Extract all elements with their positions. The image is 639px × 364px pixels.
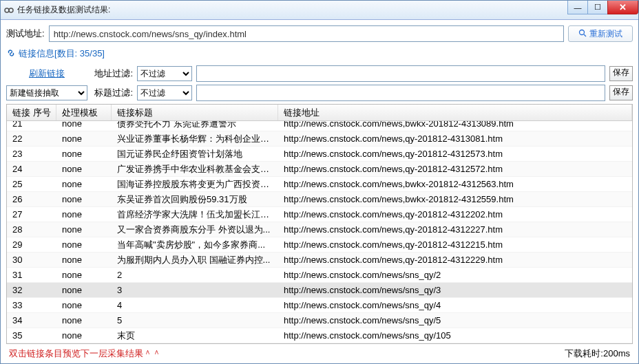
table-row[interactable]: 26none东吴证券首次回购股份59.31万股http://news.cnsto…: [7, 192, 632, 207]
table-cell: http://news.cnstock.com/news/sns_qy/2: [278, 270, 632, 280]
table-row[interactable]: 34none5http://news.cnstock.com/news/sns_…: [7, 313, 632, 328]
table-header: 链接 序号 处理模板 链接标题 链接地址: [7, 105, 632, 121]
footer-hint: 双击链接条目预览下一层采集结果＾＾: [9, 347, 161, 360]
table-cell: 4: [112, 300, 278, 310]
minimize-button[interactable]: —: [567, 1, 588, 14]
filter-row-address: 刷新链接 地址过滤: 不过滤 保存: [6, 65, 633, 82]
filter-section: 刷新链接 地址过滤: 不过滤 保存 新建链接抽取 标题过滤: 不过滤 保存: [6, 65, 633, 101]
table-cell: none: [56, 133, 112, 144]
col-index[interactable]: 链接 序号: [7, 105, 56, 120]
table-cell: none: [56, 285, 112, 295]
table-row[interactable]: 24none广发证券携手中华农业科教基金会支持...http://news.cn…: [7, 162, 632, 177]
download-time: 下载耗时:200ms: [565, 347, 630, 360]
table-cell: 兴业证券董事长杨华辉：为科创企业提...: [112, 133, 278, 145]
retest-button[interactable]: 重新测试: [568, 25, 633, 42]
table-cell: 末页: [112, 330, 278, 342]
table-row[interactable]: 29none当年高喊"卖房炒股"，如今多家券商...http://news.cn…: [7, 237, 632, 253]
table-cell: 30: [7, 255, 56, 265]
table-cell: none: [56, 270, 112, 280]
table-cell: http://news.cnstock.com/news,qy-201812-4…: [278, 133, 632, 144]
address-label: 测试地址:: [6, 28, 45, 40]
table-cell: 当年高喊"卖房炒股"，如今多家券商...: [112, 239, 278, 251]
table-cell: 28: [7, 224, 56, 235]
table-cell: 国海证券控股股东将变更为广西投资集...: [112, 178, 278, 191]
table-row[interactable]: 30none为服刑期内人员办入职 国融证券内控...http://news.cn…: [7, 253, 632, 268]
table-cell: 2: [112, 270, 278, 280]
search-icon: [578, 29, 587, 39]
table-cell: 21: [7, 121, 56, 129]
title-filter-select[interactable]: 不过滤: [137, 85, 192, 100]
window-controls: — ☐ ✕: [568, 1, 638, 14]
table-cell: none: [56, 209, 112, 220]
app-icon: [3, 5, 14, 16]
title-filter-input[interactable]: [196, 85, 605, 101]
table-cell: 32: [7, 285, 56, 295]
table-cell: none: [56, 300, 112, 310]
table-cell: 为服刑期内人员办入职 国融证券内控...: [112, 254, 278, 266]
save-address-filter-button[interactable]: 保存: [609, 66, 633, 81]
svg-point-0: [5, 8, 9, 12]
link-info-text: 链接信息[数目: 35/35]: [19, 47, 105, 60]
table-row[interactable]: 23none国元证券民企纾困资管计划落地http://news.cnstock.…: [7, 147, 632, 162]
refresh-link-button[interactable]: 刷新链接: [6, 67, 87, 80]
table-cell: 首席经济学家大洗牌！伍戈加盟长江证...: [112, 208, 278, 221]
table-row[interactable]: 28none又一家合资券商股东分手 外资以退为...http://news.cn…: [7, 222, 632, 237]
link-icon: [6, 48, 16, 60]
table-cell: 22: [7, 133, 56, 144]
table-row[interactable]: 33none4http://news.cnstock.com/news/sns_…: [7, 298, 632, 313]
app-window: 任务链接及数据测试结果: — ☐ ✕ 测试地址: 重新测试 链接信息[数目: 3…: [0, 0, 639, 364]
table-cell: http://news.cnstock.com/news,bwkx-201812…: [278, 121, 632, 129]
table-row[interactable]: 31none2http://news.cnstock.com/news/sns_…: [7, 268, 632, 283]
table-cell: http://news.cnstock.com/news/sns_qy/3: [278, 285, 632, 295]
save-title-filter-button[interactable]: 保存: [609, 85, 633, 100]
footer: 双击链接条目预览下一层采集结果＾＾ 下载耗时:200ms: [6, 347, 633, 363]
col-title[interactable]: 链接标题: [112, 105, 278, 120]
table-cell: 35: [7, 330, 56, 341]
table-cell: 债券受托不力 东莞证券遭警示: [112, 121, 278, 130]
table-row[interactable]: 27none首席经济学家大洗牌！伍戈加盟长江证...http://news.cn…: [7, 207, 632, 222]
table-cell: none: [56, 224, 112, 235]
table-cell: 27: [7, 209, 56, 220]
table-cell: http://news.cnstock.com/news,qy-201812-4…: [278, 164, 632, 174]
table-cell: none: [56, 315, 112, 325]
table-body[interactable]: 21none债券受托不力 东莞证券遭警示http://news.cnstock.…: [7, 121, 632, 343]
extract-mode-select[interactable]: 新建链接抽取: [6, 85, 87, 100]
table-cell: 3: [112, 285, 278, 295]
table-cell: 25: [7, 179, 56, 189]
table-cell: http://news.cnstock.com/news,qy-201812-4…: [278, 239, 632, 250]
table-cell: http://news.cnstock.com/news,bwkx-201812…: [278, 194, 632, 204]
table-row[interactable]: 25none国海证券控股股东将变更为广西投资集...http://news.cn…: [7, 177, 632, 192]
table-cell: none: [56, 330, 112, 341]
svg-point-2: [580, 30, 585, 34]
table-cell: none: [56, 239, 112, 250]
table-cell: http://news.cnstock.com/news,qy-201812-4…: [278, 149, 632, 159]
table-cell: 24: [7, 164, 56, 174]
titlebar[interactable]: 任务链接及数据测试结果: — ☐ ✕: [1, 1, 638, 20]
table-cell: http://news.cnstock.com/news/sns_qy/105: [278, 330, 632, 341]
svg-line-3: [584, 34, 586, 36]
table-cell: 又一家合资券商股东分手 外资以退为...: [112, 224, 278, 236]
links-table: 链接 序号 处理模板 链接标题 链接地址 21none债券受托不力 东莞证券遭警…: [6, 104, 633, 344]
address-filter-input[interactable]: [196, 65, 605, 82]
table-cell: http://news.cnstock.com/news,qy-201812-4…: [278, 224, 632, 235]
table-cell: none: [56, 194, 112, 204]
table-row[interactable]: 21none债券受托不力 东莞证券遭警示http://news.cnstock.…: [7, 121, 632, 131]
table-cell: 广发证券携手中华农业科教基金会支持...: [112, 163, 278, 175]
table-cell: none: [56, 164, 112, 174]
address-filter-select[interactable]: 不过滤: [137, 66, 192, 81]
maximize-button[interactable]: ☐: [587, 1, 608, 14]
table-row[interactable]: 32none3http://news.cnstock.com/news/sns_…: [7, 283, 632, 298]
table-cell: none: [56, 179, 112, 189]
close-button[interactable]: ✕: [607, 1, 638, 14]
table-cell: none: [56, 255, 112, 265]
table-cell: http://news.cnstock.com/news/sns_qy/5: [278, 315, 632, 325]
title-filter-label: 标题过滤:: [92, 87, 133, 99]
col-url[interactable]: 链接地址: [278, 105, 632, 120]
table-cell: http://news.cnstock.com/news,qy-201812-4…: [278, 209, 632, 220]
link-info-header: 链接信息[数目: 35/35]: [6, 46, 633, 65]
table-row[interactable]: 22none兴业证券董事长杨华辉：为科创企业提...http://news.cn…: [7, 131, 632, 147]
address-row: 测试地址: 重新测试: [6, 25, 633, 42]
col-template[interactable]: 处理模板: [56, 105, 112, 120]
table-row[interactable]: 35none末页http://news.cnstock.com/news/sns…: [7, 328, 632, 343]
address-input[interactable]: [49, 25, 564, 42]
